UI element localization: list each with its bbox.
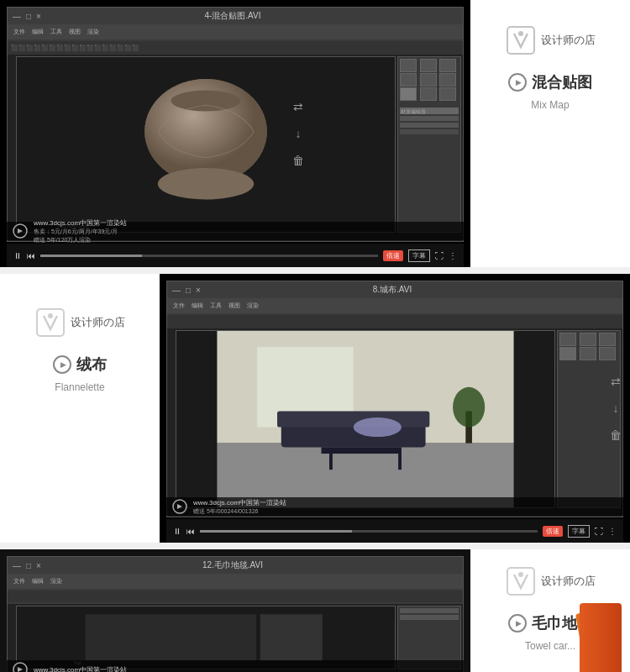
toolbar-edit-3: 编辑 xyxy=(29,576,46,586)
panel-cell xyxy=(400,73,417,87)
win-controls-1[interactable]: — □ × xyxy=(13,12,41,21)
download-icon-2[interactable]: ↓ xyxy=(608,401,623,416)
watermark-3: www.3dcjs.com中国第一渲染站 xyxy=(7,660,464,672)
panel-cell-2 xyxy=(580,347,596,360)
panel-cell xyxy=(400,59,417,72)
video-controls-2: ⏸ ⏮ 倍速 字幕 ⛶ ⋮ xyxy=(166,519,623,543)
download-icon-1[interactable]: ↓ xyxy=(291,126,306,141)
main-viewport-1: Perspective xyxy=(16,56,396,233)
win-controls-3[interactable]: — □ × xyxy=(13,561,41,570)
3ds-toolbar-3: 文件 编辑 渲染 xyxy=(8,574,463,589)
card-mix-map: — □ × 4-混合贴图.AVI 文件 编辑 工具 视图 渲染 xyxy=(0,0,630,267)
info-section-1: 设计师の店 混合贴图 Mix Map xyxy=(470,0,630,267)
video-en-title-1: Mix Map xyxy=(531,99,569,111)
maximize-icon[interactable]: □ xyxy=(26,12,31,21)
panel-cell-2 xyxy=(580,333,596,346)
progress-fill-2 xyxy=(200,530,352,533)
speed-btn-1[interactable]: 倍速 xyxy=(383,250,403,261)
progress-bar-2[interactable] xyxy=(200,530,538,533)
play-circle-icon-2[interactable] xyxy=(53,355,71,374)
share-icon-2[interactable]: ⇄ xyxy=(608,374,623,389)
svg-rect-30 xyxy=(507,568,534,595)
card-towel: — □ × 12.毛巾地毯.AVI 文件 编辑 渲染 xyxy=(0,549,630,672)
video-title-1: 4-混合贴图.AVI xyxy=(41,10,424,22)
delete-icon-1[interactable]: 🗑 xyxy=(291,153,306,168)
watermark-sub1: 售卖：5元/月6元/两月/年39元/月 xyxy=(34,228,127,236)
play-pause-btn-1[interactable]: ⏸ xyxy=(13,251,22,260)
subtitle-btn-2[interactable]: 字幕 xyxy=(568,525,590,538)
fullscreen-btn-1[interactable]: ⛶ xyxy=(435,251,444,260)
play-circle-icon-1[interactable] xyxy=(508,73,527,92)
video-content-1: 文件 编辑 工具 视图 渲染 ⬛⬛⬛⬛⬛⬛⬛⬛⬛⬛⬛⬛⬛⬛⬛⬛⬛ xyxy=(8,24,463,241)
fullscreen-btn-2[interactable]: ⛶ xyxy=(595,527,603,536)
share-icon-1[interactable]: ⇄ xyxy=(291,99,306,114)
toolbar-row-2b xyxy=(167,315,622,328)
win-controls-2[interactable]: — □ × xyxy=(172,286,201,295)
video-controls-1: ⏸ ⏮ 倍速 字幕 ⛶ ⋮ xyxy=(7,244,464,267)
play-title-1: 混合贴图 xyxy=(508,72,592,92)
panel-cell xyxy=(420,73,437,87)
play-title-2: 绒布 xyxy=(53,354,107,375)
video-title-2: 8.城布.AVI xyxy=(201,284,584,296)
card-flannelette: 设计师の店 绒布 Flannelette — □ × 8.城布.AVI xyxy=(0,274,630,543)
brand-name-3: 设计师の店 xyxy=(541,574,596,589)
toolbar-file-3: 文件 xyxy=(11,576,28,586)
3ds-toolbar-1: 文件 编辑 工具 视图 渲染 xyxy=(8,24,463,39)
svg-point-22 xyxy=(453,387,485,428)
panel-cell xyxy=(439,59,456,72)
delete-icon-2[interactable]: 🗑 xyxy=(608,428,623,443)
minimize-icon[interactable]: — xyxy=(13,12,21,21)
subtitle-btn-1[interactable]: 字幕 xyxy=(408,249,430,262)
video-en-title-2: Flannelette xyxy=(55,381,104,393)
video-window-2: — □ × 8.城布.AVI 文件 编辑 工具 视图 渲染 xyxy=(166,281,623,517)
side-panel-grid-2 xyxy=(558,331,620,362)
side-panel-controls: 材质编辑器 xyxy=(398,106,460,138)
svg-point-20 xyxy=(354,417,402,437)
svg-rect-19 xyxy=(398,454,402,470)
prev-btn-1[interactable]: ⏮ xyxy=(27,251,35,260)
video-titlebar-2: — □ × 8.城布.AVI xyxy=(167,281,622,298)
brand-name-2: 设计师の店 xyxy=(71,315,125,330)
room-viewport: Camera001 xyxy=(176,331,554,507)
panel-cell xyxy=(439,73,456,87)
speed-btn-2[interactable]: 倍速 xyxy=(543,526,563,537)
minimize-icon-3[interactable]: — xyxy=(13,561,21,570)
toolbar-icons: ⬛⬛⬛⬛⬛⬛⬛⬛⬛⬛⬛⬛⬛⬛⬛⬛⬛ xyxy=(11,45,139,51)
side-panel-content-3 xyxy=(398,606,460,623)
maximize-icon-3[interactable]: □ xyxy=(26,561,31,570)
watermark-logo-icon xyxy=(12,223,29,239)
video-titlebar-1: — □ × 4-混合贴图.AVI xyxy=(8,8,463,24)
toolbar-render: 渲染 xyxy=(85,27,102,37)
video-content-3: 文件 编辑 渲染 Top xyxy=(8,574,463,672)
svg-point-31 xyxy=(518,572,523,577)
svg-rect-18 xyxy=(329,454,333,470)
brand-logo-icon-3 xyxy=(506,566,536,596)
software-sim-3: 文件 编辑 渲染 Top xyxy=(8,574,463,672)
panel-cell-2 xyxy=(559,347,576,360)
toolbar-render-3: 渲染 xyxy=(48,576,65,586)
svg-point-8 xyxy=(518,31,523,36)
minimize-icon-2[interactable]: — xyxy=(172,286,181,295)
toolbar-render-2: 渲染 xyxy=(244,301,261,311)
video-cn-title-1: 混合贴图 xyxy=(532,72,592,92)
play-pause-btn-2[interactable]: ⏸ xyxy=(173,527,181,536)
toolbar-tools-2: 工具 xyxy=(207,301,224,311)
progress-bar-1[interactable] xyxy=(40,255,378,257)
towel-viewport: Top xyxy=(17,606,395,669)
settings-btn-2[interactable]: ⋮ xyxy=(608,527,617,536)
watermark-site-2: www.3dcjs.com中国第一渲染站 xyxy=(193,498,286,507)
video-window-3: — □ × 12.毛巾地毯.AVI 文件 编辑 渲染 xyxy=(7,556,464,672)
video-title-3: 12.毛巾地毯.AVI xyxy=(41,559,424,571)
panel-cell xyxy=(420,59,437,72)
panel-cell-2 xyxy=(599,333,616,346)
watermark-2: www.3dcjs.com中国第一渲染站 赠送 5年/000244/001326 xyxy=(166,497,623,516)
side-panel-1: 材质编辑器 xyxy=(397,56,461,233)
watermark-sub-2: 赠送 5年/000244/001326 xyxy=(193,507,286,516)
panel-cell-2 xyxy=(559,333,576,346)
play-circle-icon-3[interactable] xyxy=(508,614,527,633)
settings-btn-1[interactable]: ⋮ xyxy=(449,251,457,260)
svg-rect-16 xyxy=(277,411,429,427)
panel-cell xyxy=(420,87,437,101)
prev-btn-2[interactable]: ⏮ xyxy=(186,527,195,536)
maximize-icon-2[interactable]: □ xyxy=(186,286,191,295)
